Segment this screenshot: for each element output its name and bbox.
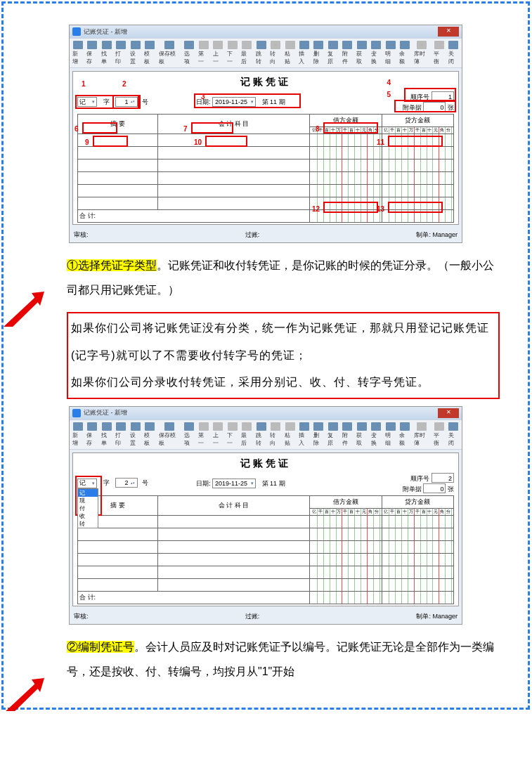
toolbar-明细[interactable]: 明细 xyxy=(384,422,397,448)
toolbar-找单[interactable]: 找单 xyxy=(100,422,113,448)
label-10: 10 xyxy=(194,138,202,146)
toolbar-变换[interactable]: 变换 xyxy=(370,40,383,66)
toolbar-第一[interactable]: 第一 xyxy=(197,40,210,66)
toolbar-平衡[interactable]: 平衡 xyxy=(432,422,446,448)
grid-row[interactable] xyxy=(78,172,454,185)
toolbar-删除[interactable]: 删除 xyxy=(312,422,325,448)
voucher-type-dropdown[interactable]: 记 xyxy=(77,97,97,107)
toolbar-打印[interactable]: 打印 xyxy=(114,40,127,66)
toolbar-复原[interactable]: 复原 xyxy=(326,422,339,448)
grid-row[interactable] xyxy=(78,197,454,210)
toolbar-粘贴[interactable]: 粘贴 xyxy=(283,422,297,448)
page-container: 记账凭证 - 新增 ✕ 新增保存找单打印设置模板保存模板选项第一上一下一最后跳转… xyxy=(1,1,530,710)
toolbar-设置[interactable]: 设置 xyxy=(129,40,142,66)
dropdown-option[interactable]: 收 xyxy=(78,512,98,520)
dropdown-options[interactable]: 记现付收转 xyxy=(77,488,98,528)
toolbar-插入[interactable]: 插入 xyxy=(297,40,311,66)
toolbar-获取[interactable]: 获取 xyxy=(355,422,368,448)
grid-row[interactable] xyxy=(78,566,454,578)
app-icon xyxy=(72,27,81,36)
toolbar-跳转[interactable]: 跳转 xyxy=(254,40,268,66)
grid-row[interactable] xyxy=(78,553,454,566)
toolbar-转向[interactable]: 转向 xyxy=(268,422,282,448)
toolbar-下一[interactable]: 下一 xyxy=(226,40,239,66)
close-button[interactable]: ✕ xyxy=(438,27,459,37)
toolbar-余额[interactable]: 余额 xyxy=(398,40,411,66)
toolbar-复原[interactable]: 复原 xyxy=(326,40,339,66)
toolbar-关闭[interactable]: 关闭 xyxy=(447,40,460,66)
voucher-no-spinner[interactable]: 2 xyxy=(115,478,138,488)
grid-row[interactable] xyxy=(78,515,454,528)
toolbar-保存模板[interactable]: 保存模板 xyxy=(157,422,182,448)
grid-row[interactable] xyxy=(78,160,454,172)
footer-post: 过账: xyxy=(245,612,260,621)
grid-row[interactable] xyxy=(78,540,454,553)
label-9: 9 xyxy=(85,138,89,146)
toolbar-新增[interactable]: 新增 xyxy=(71,40,84,66)
toolbar-最后[interactable]: 最后 xyxy=(240,422,253,448)
app-window-2: 记账凭证 - 新增 ✕ 新增保存找单打印设置模板保存模板选项第一上一下一最后跳转… xyxy=(69,406,462,625)
toolbar-粘贴[interactable]: 粘贴 xyxy=(283,40,297,66)
toolbar-库时薄[interactable]: 库时薄 xyxy=(413,422,432,448)
toolbar-模板[interactable]: 模板 xyxy=(143,40,156,66)
toolbar-模板[interactable]: 模板 xyxy=(143,422,156,448)
toolbar-选项[interactable]: 选项 xyxy=(183,40,196,66)
voucher-type-dropdown[interactable]: 记 记现付收转 xyxy=(77,479,97,488)
date-label: 日期: xyxy=(196,98,211,105)
toolbar-附件[interactable]: 附件 xyxy=(341,422,354,448)
date-input[interactable]: 2019-11-25 xyxy=(212,479,256,488)
toolbar-第一[interactable]: 第一 xyxy=(197,422,210,448)
toolbar-库时薄[interactable]: 库时薄 xyxy=(413,40,432,66)
grid-row[interactable] xyxy=(78,147,454,160)
boxed-paragraph: 如果你们公司将记账凭证没有分类，统一作为记账凭证，那就只用登记记账凭证(记字号)… xyxy=(67,312,500,398)
voucher-grid: 摘 要 会 计 科 目 借方金额 贷方金额 亿千百十万千百十元角分 亿千百十万千… xyxy=(77,114,454,223)
voucher-footer: 审核: 过账: 制单: Manager xyxy=(70,228,462,242)
attach-input[interactable]: 0 xyxy=(423,102,446,112)
toolbar-新增[interactable]: 新增 xyxy=(71,422,84,448)
grid-row[interactable] xyxy=(78,578,454,591)
dropdown-option[interactable]: 付 xyxy=(78,505,98,512)
toolbar-保存模板[interactable]: 保存模板 xyxy=(157,40,182,66)
toolbar-跳转[interactable]: 跳转 xyxy=(254,422,268,448)
dropdown-option[interactable]: 现 xyxy=(78,497,98,505)
toolbar-最后[interactable]: 最后 xyxy=(240,40,253,66)
close-button[interactable]: ✕ xyxy=(438,408,459,418)
toolbar-明细[interactable]: 明细 xyxy=(384,40,397,66)
grid-row[interactable] xyxy=(78,185,454,197)
toolbar-保存[interactable]: 保存 xyxy=(85,422,98,448)
date-input[interactable]: 2019-11-25 xyxy=(212,97,256,107)
toolbar-设置[interactable]: 设置 xyxy=(129,422,142,448)
toolbar-插入[interactable]: 插入 xyxy=(297,422,311,448)
toolbar-附件[interactable]: 附件 xyxy=(341,40,354,66)
toolbar-转向[interactable]: 转向 xyxy=(268,40,282,66)
label-12: 12 xyxy=(312,205,320,213)
grid-row[interactable] xyxy=(78,528,454,540)
label-2: 2 xyxy=(122,80,126,88)
attach-input[interactable]: 0 xyxy=(423,483,446,493)
toolbar-找单[interactable]: 找单 xyxy=(100,40,113,66)
grid-row[interactable] xyxy=(78,134,454,147)
col-summary: 摘 要 xyxy=(78,115,158,134)
toolbar-变换[interactable]: 变换 xyxy=(370,422,383,448)
attach-label: 附单据 xyxy=(403,486,422,493)
toolbar-下一[interactable]: 下一 xyxy=(226,422,239,448)
dropdown-option[interactable]: 记 xyxy=(78,489,98,497)
toolbar-打印[interactable]: 打印 xyxy=(114,422,127,448)
toolbar-选项[interactable]: 选项 xyxy=(183,422,196,448)
toolbar-删除[interactable]: 删除 xyxy=(312,40,325,66)
toolbar-上一[interactable]: 上一 xyxy=(212,40,225,66)
voucher-no-spinner[interactable]: 1 xyxy=(115,97,138,107)
seq-label: 顺序号 xyxy=(410,93,429,100)
total-row: 合 计: xyxy=(78,591,454,604)
seq-input[interactable]: 1 xyxy=(432,91,454,101)
toolbar-保存[interactable]: 保存 xyxy=(85,40,98,66)
svg-marker-0 xyxy=(4,297,39,327)
seq-input[interactable]: 2 xyxy=(432,473,454,483)
dropdown-option[interactable]: 转 xyxy=(78,520,98,528)
toolbar-获取[interactable]: 获取 xyxy=(355,40,368,66)
toolbar-平衡[interactable]: 平衡 xyxy=(432,40,446,66)
toolbar-余额[interactable]: 余额 xyxy=(398,422,411,448)
toolbar-上一[interactable]: 上一 xyxy=(212,422,225,448)
toolbar: 新增保存找单打印设置模板保存模板选项第一上一下一最后跳转转向粘贴插入删除复原附件… xyxy=(70,419,462,450)
toolbar-关闭[interactable]: 关闭 xyxy=(447,422,460,448)
